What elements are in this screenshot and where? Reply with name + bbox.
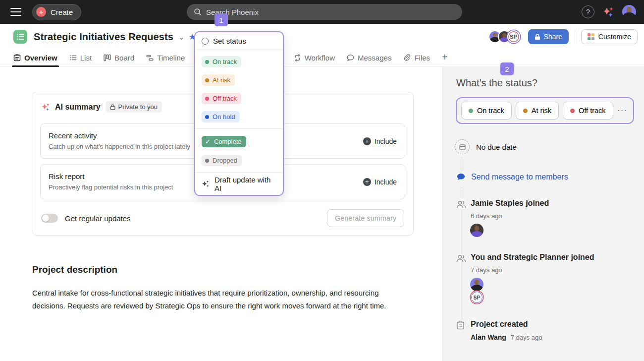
green-dot-icon [469,109,473,113]
ai-summary-title: AI summary [55,103,101,112]
section-description: Catch up on what's happened in this proj… [49,143,190,150]
option-label: Dropped [213,157,237,164]
avatar[interactable]: SP [471,291,483,303]
include-button[interactable]: + Include [363,165,397,199]
dropdown-option-at-risk[interactable]: At risk [195,71,283,89]
more-options-icon[interactable]: ··· [617,106,627,116]
lock-icon [110,104,115,110]
tab-label: Timeline [157,54,185,62]
green-dot-icon [205,60,209,64]
divider [575,30,575,44]
tab-label: Messages [358,54,391,62]
tab-label: Overview [24,54,57,62]
status-options-group: On track At risk Off track ··· [456,97,634,124]
project-description-heading: Project description [32,264,117,275]
dropdown-option-on-hold[interactable]: On hold [195,108,283,126]
dropdown-option-on-track[interactable]: On track [195,53,283,71]
avatar[interactable] [470,278,483,291]
tab-workflow[interactable]: Workflow [294,50,335,66]
help-button[interactable]: ? [582,5,594,18]
search-input[interactable] [206,8,455,16]
option-label: On track [213,58,237,65]
status-off-track-button[interactable]: Off track [563,102,613,120]
due-date-row[interactable]: No due date [455,139,517,154]
plus-icon: + [36,7,46,17]
tab-list[interactable]: List [69,50,92,66]
generate-summary-button[interactable]: Generate summary [327,209,404,227]
tab-board[interactable]: Board [104,50,134,66]
tab-label: Workflow [305,54,335,62]
include-button[interactable]: + Include [363,124,397,158]
blue-dot-icon [205,115,209,119]
page-title: Strategic Initiatives Requests [34,31,173,43]
regular-updates-toggle[interactable] [41,214,58,223]
search-icon [194,8,202,16]
due-date-label: No due date [476,143,517,151]
feed-item-time: 6 days ago [471,212,502,220]
chat-bubble-icon [457,173,465,181]
check-icon: ✓ [205,138,211,145]
tab-overview[interactable]: Overview [13,50,57,66]
avatar[interactable]: SP [507,30,520,43]
share-button-label: Share [544,33,562,41]
send-message-label: Send message to members [471,173,568,181]
tab-timeline[interactable]: Timeline [146,50,185,66]
gray-dot-icon [205,159,209,163]
hamburger-menu-icon[interactable] [10,8,21,16]
clipboard-icon [456,321,465,330]
feed-item-time: 7 days ago [471,266,502,274]
set-status-label: Set status [213,37,246,45]
customize-grid-icon [588,33,594,40]
draft-update-ai-label: Draft update with AI [215,176,276,192]
avatar[interactable] [470,224,483,237]
timeline-connector [462,187,462,198]
member-avatars[interactable]: SP [488,30,520,43]
privacy-badge-label: Private to you [118,103,158,111]
dropdown-option-off-track[interactable]: Off track [195,89,283,108]
search-bar[interactable] [187,4,462,20]
status-button-label: On track [477,107,504,115]
customize-button-label: Customize [598,33,631,41]
status-button-label: At risk [532,107,551,115]
send-message-link[interactable]: Send message to members [457,173,568,181]
hint-badge-2: 2 [500,62,514,75]
draft-update-ai-option[interactable]: Draft update with AI [195,172,283,195]
calendar-icon[interactable] [455,139,470,154]
ai-sparkle-icon [41,103,50,112]
ai-sparkles-icon[interactable] [602,6,614,18]
share-button[interactable]: Share [528,29,569,44]
feed-item-author[interactable]: Alan Wang [471,333,506,341]
user-avatar[interactable] [622,5,636,19]
dropdown-option-complete[interactable]: ✓Complete [195,131,283,151]
set-status-option[interactable]: Set status [195,32,283,50]
feed-item-time: 7 days ago [511,334,542,341]
chevron-down-icon[interactable]: ⌄ [178,33,185,41]
option-label: Off track [213,95,237,102]
include-label: Include [375,137,397,145]
tab-label: Board [114,54,134,62]
tab-label: List [80,54,92,62]
option-label: On hold [213,113,235,120]
dropdown-option-dropped[interactable]: Dropped [195,151,283,170]
status-circle-icon [202,38,209,45]
option-label: Complete [214,138,242,145]
status-on-track-button[interactable]: On track [461,102,512,120]
amber-dot-icon [523,109,528,113]
section-description: Proactively flag potential risks in this… [49,183,173,191]
red-dot-icon [205,97,209,101]
customize-button[interactable]: Customize [581,29,638,44]
project-icon[interactable] [13,30,27,44]
project-description-text[interactable]: Central intake for cross-functional stra… [32,287,399,312]
members-icon [456,200,466,208]
amber-dot-icon [205,78,209,82]
lock-icon [535,34,540,40]
status-at-risk-button[interactable]: At risk [516,102,559,120]
feed-item-title: You and Strategic Planner joined [471,253,594,262]
status-question: What's the status? [456,77,537,89]
tab-messages[interactable]: Messages [347,50,391,66]
tab-label: Files [414,54,430,62]
members-icon [456,254,466,262]
tab-files[interactable]: Files [403,50,430,66]
add-tab-button[interactable]: + [442,52,448,64]
create-button[interactable]: + Create [32,4,81,20]
